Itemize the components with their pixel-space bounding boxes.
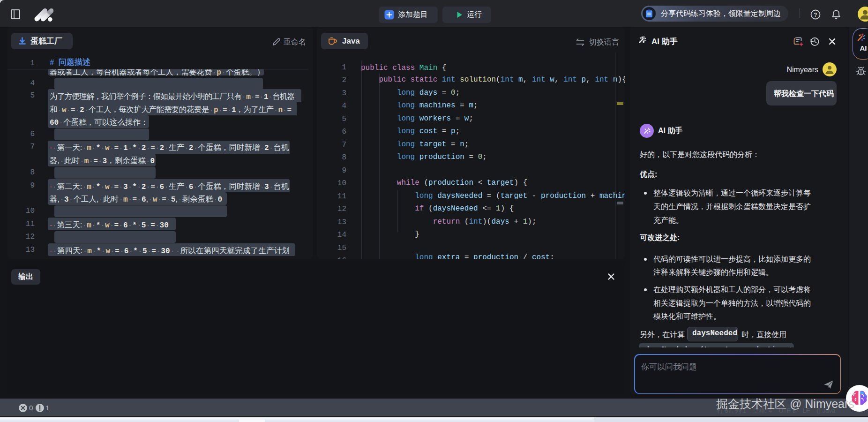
svg-text:?: ? [814,12,817,18]
